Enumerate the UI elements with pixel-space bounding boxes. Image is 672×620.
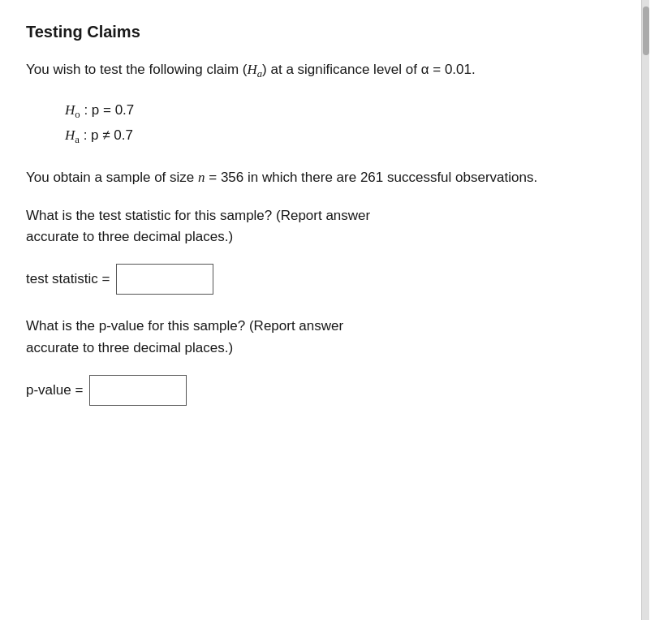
hypothesis-block: Ho : p = 0.7 Ha : p ≠ 0.7 [65, 99, 612, 149]
ha-italic: Ha [247, 62, 262, 77]
h0-line: Ho : p = 0.7 [65, 99, 612, 124]
sample-paragraph: You obtain a sample of size n = 356 in w… [26, 167, 612, 188]
question1-line1: What is the test statistic for this samp… [26, 208, 370, 223]
scrollbar-thumb[interactable] [643, 6, 649, 55]
p-value-row: p-value = [26, 375, 612, 406]
question2-line1: What is the p-value for this sample? (Re… [26, 318, 343, 334]
intro-paragraph: You wish to test the following claim (Ha… [26, 59, 612, 83]
ha-eq: : p ≠ 0.7 [80, 127, 133, 143]
p-value-input[interactable] [89, 375, 187, 406]
ha-H: H [65, 127, 75, 143]
sample-text-1: You obtain a sample of size [26, 170, 198, 185]
test-statistic-label: test statistic = [26, 271, 110, 287]
h0-H: H [65, 102, 75, 118]
ha-line: Ha : p ≠ 0.7 [65, 124, 612, 149]
sample-text-2: = 356 in which there are 261 successful … [205, 170, 538, 185]
test-statistic-input[interactable] [116, 264, 213, 295]
page-title: Testing Claims [26, 23, 612, 41]
question1-paragraph: What is the test statistic for this samp… [26, 205, 612, 248]
intro-text-2: ) at a significance level of α = 0.01. [262, 62, 476, 77]
scrollbar-track [641, 0, 649, 620]
intro-text-1: You wish to test the following claim ( [26, 62, 247, 77]
main-content: Testing Claims You wish to test the foll… [0, 0, 641, 620]
test-statistic-row: test statistic = [26, 264, 612, 295]
question1-line2: accurate to three decimal places.) [26, 229, 233, 244]
sample-n-var: n [198, 170, 205, 185]
question2-line2: accurate to three decimal places.) [26, 340, 233, 355]
h0-eq: : p = 0.7 [80, 102, 135, 118]
question2-paragraph: What is the p-value for this sample? (Re… [26, 316, 612, 359]
p-value-label: p-value = [26, 382, 83, 398]
